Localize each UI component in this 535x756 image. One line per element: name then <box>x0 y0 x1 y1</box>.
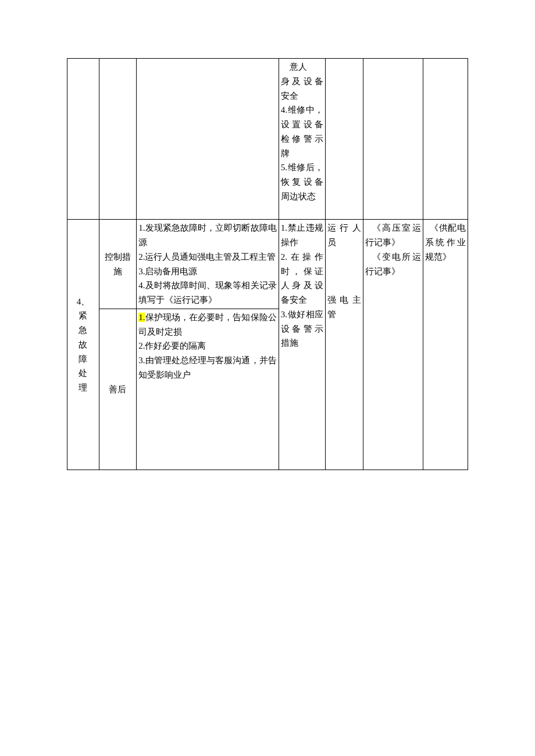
cell-r2-c4: 1.禁止违规操作2.在操作时，保证人身及设备安全3.做好相应设备警示措施 <box>279 220 326 470</box>
doc-ref-b: 《变电所运行记事》 <box>365 252 421 276</box>
cell-r1-c6 <box>363 59 423 220</box>
cell-r1-c1 <box>67 59 99 220</box>
cell-r2-c7: 《供配电系统作业规范》 <box>423 220 468 470</box>
cell-r2b-c3: 1.保护现场，在必要时，告知保险公司及时定损2.作好必要的隔离3.由管理处总经理… <box>137 309 279 470</box>
cell-r1-c7 <box>423 59 468 220</box>
cell-r1-c4: 意人身及设备安全4.维修中，设置设备检修警示牌5.维修后，恢复设备周边状态 <box>279 59 326 220</box>
role-supervisor: 强电主管 <box>327 295 361 319</box>
table-row: 意人身及设备安全4.维修中，设置设备检修警示牌5.维修后，恢复设备周边状态 <box>67 59 468 220</box>
highlight-prefix: 1. <box>138 313 145 322</box>
std-ref: 《供配电系统作业规范》 <box>425 223 466 261</box>
cell-r2a-c2: 控制措施 <box>99 220 136 309</box>
cell-r2-c1: 4、 紧 急 故 障 处 理 <box>67 220 99 470</box>
section-number: 4、 <box>77 297 90 306</box>
section-title-vertical: 紧 急 故 障 处 理 <box>69 309 97 395</box>
cell-r2-c5: 运行人员 强电主管 <box>326 220 363 470</box>
cell-r2b-c2: 善后 <box>99 309 136 470</box>
r1c4-indent: 意人 <box>281 60 324 74</box>
cell-r1-c5 <box>326 59 363 220</box>
doc-ref-a: 《高压室运行记事》 <box>365 223 421 247</box>
cell-r2-c6: 《高压室运行记事》 《变电所运行记事》 <box>363 220 423 470</box>
cell-r1-c2 <box>99 59 136 220</box>
cell-r2a-c3: 1.发现紧急故障时，立即切断故障电源2.运行人员通知强电主管及工程主管3.启动备… <box>137 220 279 309</box>
document-page: 意人身及设备安全4.维修中，设置设备检修警示牌5.维修后，恢复设备周边状态 4、… <box>0 0 535 586</box>
table-row: 4、 紧 急 故 障 处 理 控制措施 1.发现紧急故障时，立即切断故障电源2.… <box>67 220 468 309</box>
main-table: 意人身及设备安全4.维修中，设置设备检修警示牌5.维修后，恢复设备周边状态 4、… <box>67 58 468 470</box>
role-operator: 运行人员 <box>327 223 361 247</box>
cell-r1-c3 <box>137 59 279 220</box>
